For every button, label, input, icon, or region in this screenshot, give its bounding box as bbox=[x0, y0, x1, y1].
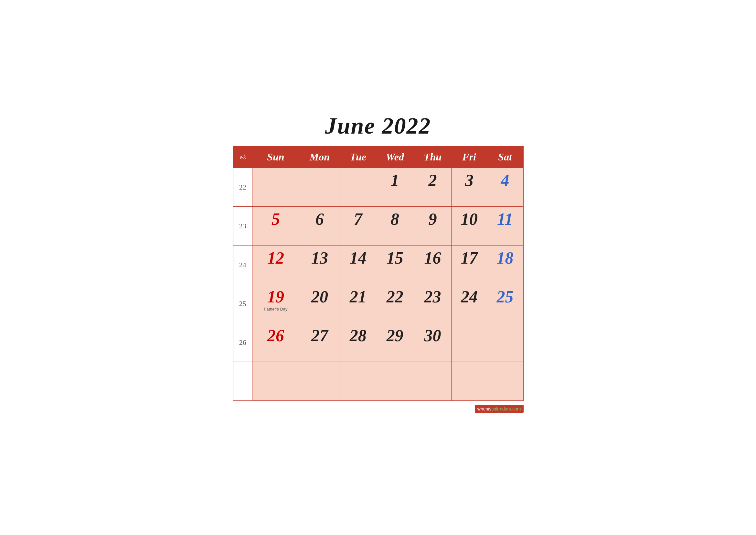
day-number: 23 bbox=[417, 288, 448, 306]
header-sun: Sun bbox=[253, 146, 299, 168]
calendar-week-row bbox=[233, 362, 523, 401]
day-cell: 19Father's Day bbox=[253, 284, 299, 323]
day-cell bbox=[340, 168, 376, 207]
calendar-title: June 2022 bbox=[233, 113, 524, 139]
day-cell: 10 bbox=[451, 207, 487, 245]
wk-cell: 25 bbox=[233, 284, 253, 323]
day-cell: 27 bbox=[299, 323, 340, 362]
wk-cell: 24 bbox=[233, 245, 253, 284]
day-cell: 15 bbox=[376, 245, 414, 284]
day-number: 21 bbox=[343, 288, 373, 306]
day-cell: 25 bbox=[487, 284, 523, 323]
day-number: 12 bbox=[255, 249, 296, 267]
day-cell bbox=[299, 362, 340, 401]
day-cell bbox=[376, 362, 414, 401]
wk-cell: 22 bbox=[233, 168, 253, 207]
day-cell bbox=[414, 362, 451, 401]
day-number: 26 bbox=[255, 326, 296, 345]
day-number: 4 bbox=[490, 171, 520, 189]
day-cell: 29 bbox=[376, 323, 414, 362]
day-cell: 2 bbox=[414, 168, 451, 207]
day-cell bbox=[253, 168, 299, 207]
day-cell: 5 bbox=[253, 207, 299, 245]
day-cell bbox=[340, 362, 376, 401]
day-event-label: Father's Day bbox=[255, 307, 296, 312]
header-row: wk Sun Mon Tue Wed Thu Fri Sat bbox=[233, 146, 523, 168]
day-number: 16 bbox=[417, 249, 448, 267]
calendar-week-row: 23567891011 bbox=[233, 207, 523, 245]
day-cell: 30 bbox=[414, 323, 451, 362]
calendar-week-row: 262627282930 bbox=[233, 323, 523, 362]
day-number: 13 bbox=[302, 249, 338, 267]
day-cell bbox=[451, 362, 487, 401]
day-cell: 28 bbox=[340, 323, 376, 362]
wk-cell: 26 bbox=[233, 323, 253, 362]
day-cell: 21 bbox=[340, 284, 376, 323]
day-number: 6 bbox=[302, 210, 338, 228]
day-number: 20 bbox=[302, 288, 338, 306]
day-cell: 26 bbox=[253, 323, 299, 362]
day-number: 10 bbox=[454, 210, 484, 228]
day-cell: 7 bbox=[340, 207, 376, 245]
calendar-week-row: 221234 bbox=[233, 168, 523, 207]
footer-suffix: calendars.com bbox=[491, 406, 521, 411]
wk-cell bbox=[233, 362, 253, 401]
calendar-week-row: 2412131415161718 bbox=[233, 245, 523, 284]
day-cell bbox=[253, 362, 299, 401]
day-cell: 4 bbox=[487, 168, 523, 207]
day-cell: 18 bbox=[487, 245, 523, 284]
day-cell: 22 bbox=[376, 284, 414, 323]
day-cell: 6 bbox=[299, 207, 340, 245]
day-cell: 13 bbox=[299, 245, 340, 284]
day-cell: 16 bbox=[414, 245, 451, 284]
header-fri: Fri bbox=[451, 146, 487, 168]
footer: wheniscalendars.com bbox=[233, 405, 524, 413]
day-number: 19 bbox=[255, 288, 296, 306]
day-number: 3 bbox=[454, 171, 484, 189]
calendar-week-row: 2519Father's Day202122232425 bbox=[233, 284, 523, 323]
header-wed: Wed bbox=[376, 146, 414, 168]
day-number: 29 bbox=[379, 326, 412, 345]
wk-header: wk bbox=[233, 146, 253, 168]
day-number: 24 bbox=[454, 288, 484, 306]
header-tue: Tue bbox=[340, 146, 376, 168]
day-cell: 23 bbox=[414, 284, 451, 323]
header-thu: Thu bbox=[414, 146, 451, 168]
day-number: 25 bbox=[490, 288, 520, 306]
day-number: 7 bbox=[343, 210, 373, 228]
day-cell: 12 bbox=[253, 245, 299, 284]
day-number: 18 bbox=[490, 249, 520, 267]
day-number: 11 bbox=[490, 210, 520, 228]
day-number: 5 bbox=[255, 210, 296, 228]
day-number: 27 bbox=[302, 326, 338, 345]
day-number: 14 bbox=[343, 249, 373, 267]
day-cell: 14 bbox=[340, 245, 376, 284]
day-cell bbox=[487, 323, 523, 362]
calendar-table: wk Sun Mon Tue Wed Thu Fri Sat 221234235… bbox=[233, 146, 524, 401]
day-number: 22 bbox=[379, 288, 412, 306]
header-mon: Mon bbox=[299, 146, 340, 168]
day-number: 15 bbox=[379, 249, 412, 267]
day-cell: 17 bbox=[451, 245, 487, 284]
day-cell: 8 bbox=[376, 207, 414, 245]
day-cell: 20 bbox=[299, 284, 340, 323]
wk-cell: 23 bbox=[233, 207, 253, 245]
day-number: 8 bbox=[379, 210, 412, 228]
day-number: 9 bbox=[417, 210, 448, 228]
day-number: 2 bbox=[417, 171, 448, 189]
day-cell: 3 bbox=[451, 168, 487, 207]
day-cell bbox=[451, 323, 487, 362]
day-cell: 24 bbox=[451, 284, 487, 323]
calendar-wrapper: June 2022 wk Sun Mon Tue Wed Thu Fri Sat… bbox=[223, 106, 533, 429]
footer-prefix: whenis bbox=[477, 406, 492, 411]
day-number: 17 bbox=[454, 249, 484, 267]
day-cell: 1 bbox=[376, 168, 414, 207]
day-cell bbox=[299, 168, 340, 207]
day-cell: 9 bbox=[414, 207, 451, 245]
day-cell bbox=[487, 362, 523, 401]
day-cell: 11 bbox=[487, 207, 523, 245]
header-sat: Sat bbox=[487, 146, 523, 168]
day-number: 28 bbox=[343, 326, 373, 345]
day-number: 30 bbox=[417, 326, 448, 345]
footer-link[interactable]: wheniscalendars.com bbox=[475, 405, 524, 413]
